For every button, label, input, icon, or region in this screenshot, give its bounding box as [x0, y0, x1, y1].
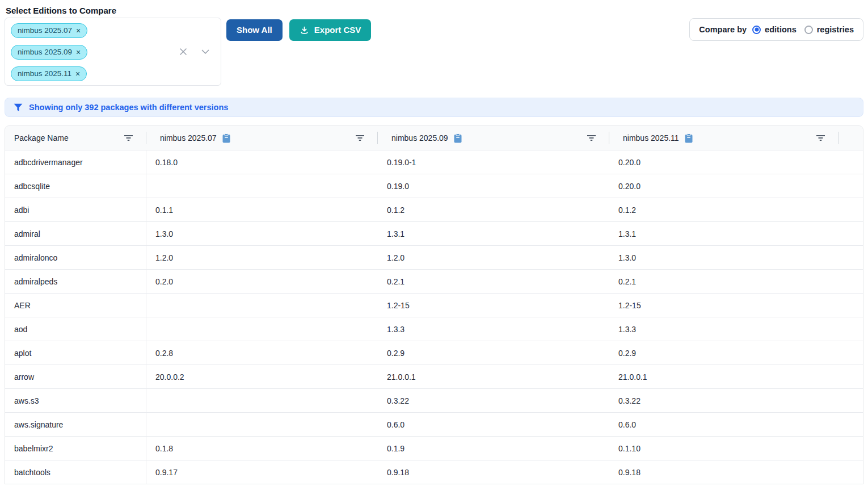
chip-remove-icon[interactable]: × — [76, 47, 81, 57]
row-spacer-cell — [838, 437, 863, 460]
column-filter-icon[interactable] — [816, 135, 825, 141]
column-label: nimbus 2025.11 — [623, 133, 679, 143]
comparison-table: Package Name nimbus 2025.07 nimbus 2025.… — [5, 125, 863, 484]
radio-option-registries[interactable]: registries — [804, 25, 854, 34]
table-row: adbcsqlite0.19.00.20.0 — [5, 174, 863, 198]
column-filter-icon[interactable] — [124, 135, 133, 141]
compare-by-group: Compare by editions registries — [689, 18, 863, 41]
package-name-cell: admiralonco — [5, 246, 146, 269]
table-row: aplot0.2.80.2.90.2.9 — [5, 341, 863, 364]
row-spacer-cell — [838, 317, 863, 341]
edition-chip: nimbus 2025.11× — [11, 66, 87, 81]
version-cell — [146, 294, 378, 317]
version-cell: 0.2.8 — [146, 341, 378, 364]
top-toolbar: nimbus 2025.07×nimbus 2025.09×nimbus 202… — [5, 18, 863, 86]
table-row: batchtools0.9.170.9.180.9.18 — [5, 460, 863, 484]
copy-column-icon[interactable] — [222, 133, 230, 143]
version-cell: 0.1.2 — [609, 198, 838, 221]
radio-option-editions[interactable]: editions — [752, 25, 797, 34]
row-spacer-cell — [838, 413, 863, 436]
column-label: Package Name — [14, 133, 69, 143]
chevron-down-icon[interactable] — [200, 47, 210, 57]
version-cell: 0.20.0 — [609, 150, 838, 174]
table-row: babelmixr20.1.80.1.90.1.10 — [5, 436, 863, 460]
version-cell: 0.2.9 — [609, 341, 838, 364]
package-name-cell: adbi — [5, 198, 146, 221]
version-cell: 0.6.0 — [378, 413, 609, 436]
show-all-button[interactable]: Show All — [226, 19, 283, 41]
version-cell: 0.2.1 — [378, 270, 609, 293]
table-row: adbi0.1.10.1.20.1.2 — [5, 198, 863, 221]
version-cell: 0.18.0 — [146, 150, 378, 174]
table-row: AER1.2-151.2-15 — [5, 293, 863, 317]
version-cell: 1.3.3 — [378, 317, 609, 341]
package-name-cell: adbcdrivermanager — [5, 150, 146, 174]
version-cell: 1.3.1 — [378, 222, 609, 245]
version-cell: 1.3.3 — [609, 317, 838, 341]
version-cell — [146, 317, 378, 341]
version-cell: 0.3.22 — [378, 389, 609, 412]
export-csv-label: Export CSV — [314, 24, 361, 36]
export-csv-button[interactable]: Export CSV — [289, 19, 372, 41]
row-spacer-cell — [838, 389, 863, 412]
version-cell: 0.2.9 — [378, 341, 609, 364]
version-cell: 1.2.0 — [378, 246, 609, 269]
row-spacer-cell — [838, 341, 863, 364]
package-name-cell: aod — [5, 317, 146, 341]
copy-column-icon[interactable] — [454, 133, 462, 143]
edition-chip-label: nimbus 2025.07 — [18, 26, 72, 36]
table-row: aws.signature0.6.00.6.0 — [5, 412, 863, 436]
version-cell: 1.2-15 — [378, 294, 609, 317]
version-cell: 1.3.0 — [609, 246, 838, 269]
compare-by-label: Compare by — [699, 25, 747, 34]
row-spacer-cell — [838, 460, 863, 484]
version-cell: 0.9.18 — [378, 460, 609, 484]
column-header-edition-3[interactable]: nimbus 2025.11 — [609, 126, 838, 150]
edition-multiselect[interactable]: nimbus 2025.07×nimbus 2025.09×nimbus 202… — [5, 18, 221, 86]
column-header-edition-1[interactable]: nimbus 2025.07 — [146, 126, 378, 150]
chip-remove-icon[interactable]: × — [75, 69, 80, 79]
version-cell: 21.0.0.1 — [378, 365, 609, 388]
version-cell: 0.1.9 — [378, 437, 609, 460]
version-cell: 0.9.17 — [146, 460, 378, 484]
version-cell: 21.0.0.1 — [609, 365, 838, 388]
table-row: admiralonco1.2.01.2.01.3.0 — [5, 245, 863, 269]
version-cell: 20.0.0.2 — [146, 365, 378, 388]
page-title: Select Editions to Compare — [6, 6, 863, 15]
column-filter-icon[interactable] — [587, 135, 596, 141]
table-header-row: Package Name nimbus 2025.07 nimbus 2025.… — [5, 126, 863, 150]
package-name-cell: babelmixr2 — [5, 437, 146, 460]
multiselect-controls — [179, 47, 210, 57]
version-cell: 0.2.0 — [146, 270, 378, 293]
column-header-edition-2[interactable]: nimbus 2025.09 — [378, 126, 609, 150]
version-cell: 0.1.2 — [378, 198, 609, 221]
version-cell: 0.9.18 — [609, 460, 838, 484]
version-cell — [146, 174, 378, 198]
column-header-package-name[interactable]: Package Name — [5, 126, 146, 150]
version-cell: 1.2.0 — [146, 246, 378, 269]
funnel-filter-icon — [14, 103, 23, 112]
version-cell: 0.1.8 — [146, 437, 378, 460]
package-name-cell: admiral — [5, 222, 146, 245]
row-spacer-cell — [838, 222, 863, 245]
copy-column-icon[interactable] — [685, 133, 693, 143]
package-name-cell: adbcsqlite — [5, 174, 146, 198]
edition-chip: nimbus 2025.09× — [11, 45, 87, 60]
version-cell: 1.3.1 — [609, 222, 838, 245]
radio-registries-label: registries — [817, 25, 854, 34]
table-row: aws.s30.3.220.3.22 — [5, 388, 863, 412]
radio-selected-icon[interactable] — [752, 26, 761, 34]
package-name-cell: AER — [5, 294, 146, 317]
radio-unselected-icon[interactable] — [804, 26, 813, 34]
version-cell: 0.1.10 — [609, 437, 838, 460]
chip-remove-icon[interactable]: × — [76, 26, 81, 36]
table-row: admiral1.3.01.3.11.3.1 — [5, 221, 863, 245]
edition-chip: nimbus 2025.07× — [11, 23, 87, 38]
clear-all-icon[interactable] — [179, 47, 188, 56]
column-filter-icon[interactable] — [356, 135, 364, 141]
version-cell: 0.2.1 — [609, 270, 838, 293]
package-compare-page: Select Editions to Compare nimbus 2025.0… — [0, 0, 868, 486]
version-cell: 0.20.0 — [609, 174, 838, 198]
version-cell: 0.6.0 — [609, 413, 838, 436]
column-label: nimbus 2025.07 — [160, 133, 217, 143]
